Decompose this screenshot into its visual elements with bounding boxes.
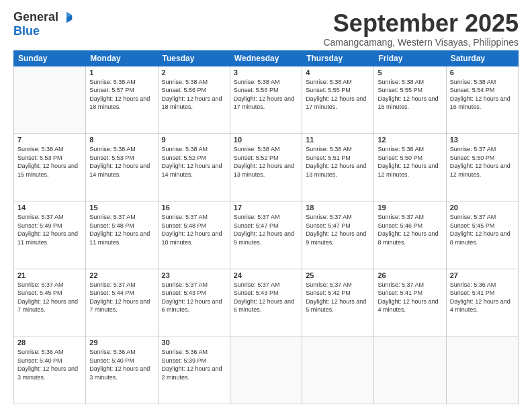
table-row: 10Sunrise: 5:38 AM Sunset: 5:52 PM Dayli… xyxy=(230,134,302,201)
table-row: 24Sunrise: 5:37 AM Sunset: 5:43 PM Dayli… xyxy=(230,269,302,336)
header-monday: Monday xyxy=(86,50,158,66)
cell-info: Sunrise: 5:38 AM Sunset: 5:55 PM Dayligh… xyxy=(306,78,370,111)
day-number: 10 xyxy=(234,136,298,144)
day-number: 9 xyxy=(162,136,226,144)
table-row: 22Sunrise: 5:37 AM Sunset: 5:44 PM Dayli… xyxy=(86,269,158,336)
cell-info: Sunrise: 5:37 AM Sunset: 5:42 PM Dayligh… xyxy=(306,281,370,314)
table-row: 7Sunrise: 5:38 AM Sunset: 5:53 PM Daylig… xyxy=(14,134,86,201)
day-number: 15 xyxy=(89,203,154,212)
table-row: 18Sunrise: 5:37 AM Sunset: 5:47 PM Dayli… xyxy=(302,201,374,269)
day-number: 2 xyxy=(162,68,226,77)
table-row: 12Sunrise: 5:38 AM Sunset: 5:50 PM Dayli… xyxy=(374,134,446,201)
cell-info: Sunrise: 5:37 AM Sunset: 5:43 PM Dayligh… xyxy=(234,281,298,314)
calendar-week-row: 14Sunrise: 5:37 AM Sunset: 5:49 PM Dayli… xyxy=(14,201,519,269)
table-row xyxy=(446,336,518,404)
header-thursday: Thursday xyxy=(302,50,374,66)
day-number: 29 xyxy=(89,338,154,347)
logo-blue: Blue xyxy=(13,24,40,38)
cell-info: Sunrise: 5:38 AM Sunset: 5:52 PM Dayligh… xyxy=(234,145,298,179)
table-row: 21Sunrise: 5:37 AM Sunset: 5:45 PM Dayli… xyxy=(14,269,86,336)
cell-info: Sunrise: 5:38 AM Sunset: 5:56 PM Dayligh… xyxy=(162,78,226,111)
day-number: 17 xyxy=(234,203,298,212)
cell-info: Sunrise: 5:37 AM Sunset: 5:50 PM Dayligh… xyxy=(450,145,515,179)
cell-info: Sunrise: 5:37 AM Sunset: 5:49 PM Dayligh… xyxy=(17,213,82,246)
table-row: 6Sunrise: 5:38 AM Sunset: 5:54 PM Daylig… xyxy=(446,66,518,134)
table-row: 20Sunrise: 5:37 AM Sunset: 5:45 PM Dayli… xyxy=(446,201,518,269)
day-number: 28 xyxy=(17,338,82,347)
month-title: September 2025 xyxy=(323,10,519,37)
header-wednesday: Wednesday xyxy=(230,50,302,66)
table-row: 25Sunrise: 5:37 AM Sunset: 5:42 PM Dayli… xyxy=(302,269,374,336)
cell-info: Sunrise: 5:38 AM Sunset: 5:53 PM Dayligh… xyxy=(17,145,82,179)
cell-info: Sunrise: 5:36 AM Sunset: 5:41 PM Dayligh… xyxy=(450,281,515,314)
header-saturday: Saturday xyxy=(446,50,518,66)
day-number: 12 xyxy=(378,136,442,144)
cell-info: Sunrise: 5:37 AM Sunset: 5:44 PM Dayligh… xyxy=(89,281,154,314)
cell-info: Sunrise: 5:38 AM Sunset: 5:51 PM Dayligh… xyxy=(306,145,370,179)
day-number: 3 xyxy=(234,68,298,77)
table-row: 28Sunrise: 5:36 AM Sunset: 5:40 PM Dayli… xyxy=(14,336,86,404)
logo-icon xyxy=(60,11,73,24)
day-number: 26 xyxy=(378,271,442,279)
table-row xyxy=(14,66,86,134)
day-number: 22 xyxy=(89,271,154,279)
cell-info: Sunrise: 5:38 AM Sunset: 5:54 PM Dayligh… xyxy=(450,78,515,111)
day-number: 7 xyxy=(17,136,82,144)
cell-info: Sunrise: 5:37 AM Sunset: 5:47 PM Dayligh… xyxy=(306,213,370,246)
table-row: 29Sunrise: 5:36 AM Sunset: 5:40 PM Dayli… xyxy=(86,336,158,404)
day-number: 11 xyxy=(306,136,370,144)
table-row: 15Sunrise: 5:37 AM Sunset: 5:48 PM Dayli… xyxy=(86,201,158,269)
title-section: September 2025 Camangcamang, Western Vis… xyxy=(323,10,519,48)
cell-info: Sunrise: 5:36 AM Sunset: 5:40 PM Dayligh… xyxy=(89,348,154,381)
cell-info: Sunrise: 5:37 AM Sunset: 5:46 PM Dayligh… xyxy=(378,213,442,246)
day-number: 6 xyxy=(450,68,515,77)
calendar-week-row: 1Sunrise: 5:38 AM Sunset: 5:57 PM Daylig… xyxy=(14,66,519,134)
header-sunday: Sunday xyxy=(14,50,86,66)
table-row: 19Sunrise: 5:37 AM Sunset: 5:46 PM Dayli… xyxy=(374,201,446,269)
day-number: 27 xyxy=(450,271,515,279)
day-number: 16 xyxy=(162,203,226,212)
table-row: 3Sunrise: 5:38 AM Sunset: 5:56 PM Daylig… xyxy=(230,66,302,134)
table-row: 4Sunrise: 5:38 AM Sunset: 5:55 PM Daylig… xyxy=(302,66,374,134)
day-number: 21 xyxy=(17,271,82,279)
day-number: 23 xyxy=(162,271,226,279)
calendar-header-row: Sunday Monday Tuesday Wednesday Thursday… xyxy=(14,50,519,66)
calendar-table: Sunday Monday Tuesday Wednesday Thursday… xyxy=(13,50,519,404)
cell-info: Sunrise: 5:38 AM Sunset: 5:50 PM Dayligh… xyxy=(378,145,442,179)
table-row: 1Sunrise: 5:38 AM Sunset: 5:57 PM Daylig… xyxy=(86,66,158,134)
table-row: 13Sunrise: 5:37 AM Sunset: 5:50 PM Dayli… xyxy=(446,134,518,201)
cell-info: Sunrise: 5:37 AM Sunset: 5:43 PM Dayligh… xyxy=(162,281,226,314)
day-number: 14 xyxy=(17,203,82,212)
day-number: 8 xyxy=(89,136,154,144)
cell-info: Sunrise: 5:38 AM Sunset: 5:53 PM Dayligh… xyxy=(89,145,154,179)
cell-info: Sunrise: 5:37 AM Sunset: 5:47 PM Dayligh… xyxy=(234,213,298,246)
day-number: 1 xyxy=(89,68,154,77)
table-row xyxy=(230,336,302,404)
table-row: 26Sunrise: 5:37 AM Sunset: 5:41 PM Dayli… xyxy=(374,269,446,336)
table-row xyxy=(374,336,446,404)
day-number: 18 xyxy=(306,203,370,212)
cell-info: Sunrise: 5:37 AM Sunset: 5:48 PM Dayligh… xyxy=(162,213,226,246)
table-row: 11Sunrise: 5:38 AM Sunset: 5:51 PM Dayli… xyxy=(302,134,374,201)
table-row: 14Sunrise: 5:37 AM Sunset: 5:49 PM Dayli… xyxy=(14,201,86,269)
table-row: 5Sunrise: 5:38 AM Sunset: 5:55 PM Daylig… xyxy=(374,66,446,134)
location-title: Camangcamang, Western Visayas, Philippin… xyxy=(323,37,519,48)
cell-info: Sunrise: 5:37 AM Sunset: 5:45 PM Dayligh… xyxy=(450,213,515,246)
calendar-week-row: 28Sunrise: 5:36 AM Sunset: 5:40 PM Dayli… xyxy=(14,336,519,404)
day-number: 13 xyxy=(450,136,515,144)
logo-general: General xyxy=(13,10,58,24)
cell-info: Sunrise: 5:38 AM Sunset: 5:56 PM Dayligh… xyxy=(234,78,298,111)
table-row: 30Sunrise: 5:36 AM Sunset: 5:39 PM Dayli… xyxy=(158,336,230,404)
cell-info: Sunrise: 5:36 AM Sunset: 5:40 PM Dayligh… xyxy=(17,348,82,381)
logo: General Blue xyxy=(13,10,73,38)
cell-info: Sunrise: 5:38 AM Sunset: 5:55 PM Dayligh… xyxy=(378,78,442,111)
header: General Blue September 2025 Camangcamang… xyxy=(13,10,519,48)
cell-info: Sunrise: 5:36 AM Sunset: 5:39 PM Dayligh… xyxy=(162,348,226,381)
cell-info: Sunrise: 5:37 AM Sunset: 5:48 PM Dayligh… xyxy=(89,213,154,246)
table-row: 9Sunrise: 5:38 AM Sunset: 5:52 PM Daylig… xyxy=(158,134,230,201)
cell-info: Sunrise: 5:38 AM Sunset: 5:57 PM Dayligh… xyxy=(89,78,154,111)
day-number: 24 xyxy=(234,271,298,279)
header-tuesday: Tuesday xyxy=(158,50,230,66)
table-row xyxy=(302,336,374,404)
page: General Blue September 2025 Camangcamang… xyxy=(0,0,532,411)
